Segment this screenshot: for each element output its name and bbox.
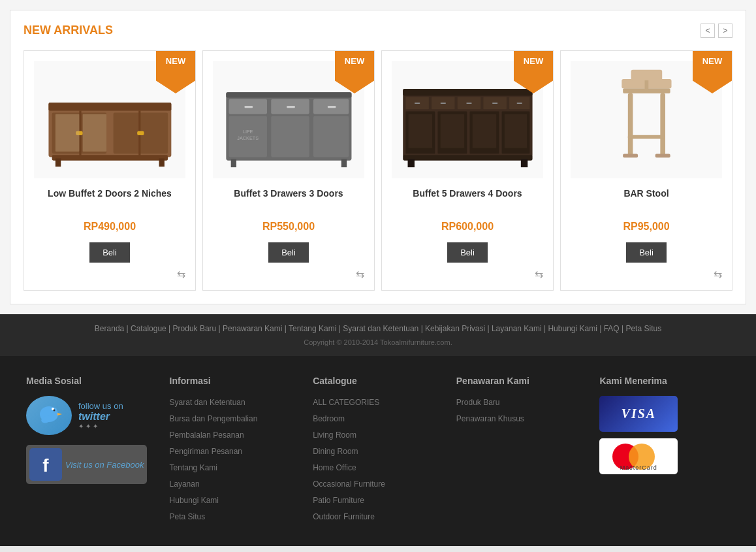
next-arrow[interactable]: > <box>718 24 732 38</box>
svg-text:LIFE: LIFE <box>243 129 253 135</box>
catalogue-link[interactable]: Outdoor Furniture <box>313 512 375 521</box>
buy-button[interactable]: Beli <box>89 242 130 263</box>
facebook-link[interactable]: f Visit us on Facebook <box>26 445 157 484</box>
svg-rect-27 <box>341 159 346 168</box>
compare-icon[interactable]: ⇆ <box>571 268 722 280</box>
buy-button[interactable]: Beli <box>447 242 488 263</box>
footer-link[interactable]: Produk Baru <box>173 324 217 333</box>
visa-logo: VISA <box>599 396 678 432</box>
svg-rect-56 <box>660 93 665 155</box>
prev-arrow[interactable]: < <box>701 24 715 38</box>
social-title: Media Sosial <box>26 376 157 386</box>
svg-rect-14 <box>226 92 351 97</box>
info-link[interactable]: Layanan <box>170 479 200 489</box>
footer-link[interactable]: Penawaran Kami <box>223 324 282 333</box>
svg-rect-7 <box>137 131 144 135</box>
product-name: Buffet 5 Drawers 4 Doors <box>392 188 543 214</box>
catalogue-link[interactable]: Bedroom <box>313 414 345 423</box>
svg-rect-38 <box>492 103 497 104</box>
footer-link[interactable]: Tentang Kami <box>289 324 336 333</box>
svg-rect-37 <box>466 103 471 104</box>
section-title: NEW ARRIVALS <box>24 24 732 37</box>
payment-logos: VISA MasterCard <box>599 396 730 474</box>
footer-link[interactable]: Beranda <box>95 324 124 333</box>
svg-text:f: f <box>42 455 49 476</box>
penawaran-list: Produk Baru Penawaran Khusus <box>456 396 587 424</box>
mastercard-logo: MasterCard <box>599 438 678 474</box>
compare-icon[interactable]: ⇆ <box>392 268 543 280</box>
compare-icon[interactable]: ⇆ <box>213 268 364 280</box>
twitter-link[interactable]: follow us on twitter ✦ ✦ ✦ <box>26 396 157 435</box>
svg-rect-54 <box>644 80 648 89</box>
svg-rect-29 <box>403 89 532 95</box>
svg-rect-50 <box>520 159 527 168</box>
footer-link[interactable]: Syarat dan Ketentuan <box>343 324 418 333</box>
penawaran-link[interactable]: Produk Baru <box>456 398 500 407</box>
svg-rect-58 <box>623 154 638 157</box>
info-link[interactable]: Tentang Kami <box>170 463 217 472</box>
product-card: NEW <box>381 50 554 291</box>
footer-link[interactable]: Peta Situs <box>625 324 661 333</box>
catalogue-link[interactable]: Dining Room <box>313 447 358 456</box>
svg-rect-59 <box>655 154 670 157</box>
products-grid: NEW <box>24 50 732 291</box>
svg-rect-20 <box>327 106 336 108</box>
svg-rect-53 <box>631 70 662 81</box>
penawaran-link[interactable]: Penawaran Khusus <box>456 414 524 423</box>
svg-rect-11 <box>55 114 79 152</box>
info-link[interactable]: Hubungi Kami <box>170 496 219 505</box>
footer-link[interactable]: Kebijakan Privasi <box>425 324 485 333</box>
svg-rect-57 <box>627 135 665 139</box>
svg-rect-26 <box>230 159 236 168</box>
svg-rect-48 <box>403 155 532 160</box>
twitter-icon <box>26 396 72 435</box>
product-name: Buffet 3 Drawers 3 Doors <box>213 188 364 214</box>
info-link[interactable]: Peta Situs <box>170 512 206 521</box>
footer-link[interactable]: FAQ <box>604 324 620 333</box>
product-price: RP490,000 <box>34 221 185 233</box>
svg-rect-8 <box>52 155 167 160</box>
payment-title: Kami Menerima <box>599 376 730 386</box>
svg-rect-35 <box>415 103 420 104</box>
svg-point-65 <box>53 409 55 411</box>
product-card: NEW <box>560 50 732 291</box>
svg-rect-18 <box>244 106 253 108</box>
facebook-text: Visit us on Facebook <box>65 460 144 470</box>
info-link[interactable]: Pengiriman Pesanan <box>170 447 242 456</box>
catalogue-link[interactable]: Living Room <box>313 430 356 440</box>
svg-rect-55 <box>627 93 633 155</box>
twitter-text: follow us on twitter ✦ ✦ ✦ <box>78 401 123 430</box>
info-link[interactable]: Syarat dan Ketentuan <box>170 398 245 407</box>
svg-rect-47 <box>504 114 526 148</box>
buy-button[interactable]: Beli <box>626 242 667 263</box>
catalogue-link[interactable]: Occasional Furniture <box>313 479 385 489</box>
catalogue-link[interactable]: Home Office <box>313 463 356 472</box>
footer-link[interactable]: Layanan Kami <box>492 324 542 333</box>
footer-link[interactable]: Hubungi Kami <box>548 324 597 333</box>
info-link[interactable]: Pembalalan Pesanan <box>170 430 244 440</box>
info-link[interactable]: Bursa dan Pengembalian <box>170 414 258 423</box>
footer-col-info: Informasi Syarat dan Ketentuan Bursa dan… <box>170 376 300 527</box>
svg-rect-12 <box>82 114 106 152</box>
compare-icon[interactable]: ⇆ <box>34 268 185 280</box>
svg-rect-1 <box>48 103 171 111</box>
product-name: Low Buffet 2 Doors 2 Niches <box>34 188 185 214</box>
footer-col-catalogue: Catalogue ALL CATEGORIES Bedroom Living … <box>313 376 443 527</box>
footer-link[interactable]: Catalogue <box>131 324 166 333</box>
product-price: RP550,000 <box>213 221 364 233</box>
svg-rect-10 <box>159 159 164 167</box>
svg-rect-49 <box>407 159 414 168</box>
svg-rect-46 <box>472 114 496 148</box>
catalogue-link[interactable]: Patio Furniture <box>313 496 364 505</box>
footer-main: Media Sosial follow us on twitter <box>0 356 756 546</box>
footer-nav: Beranda | Catalogue | Produk Baru | Pena… <box>0 314 756 356</box>
svg-rect-19 <box>287 106 295 108</box>
footer-links: Beranda | Catalogue | Produk Baru | Pena… <box>13 324 743 333</box>
footer-col-payment: Kami Menerima VISA MasterCard <box>599 376 730 527</box>
svg-marker-64 <box>57 413 62 415</box>
footer-col-social: Media Sosial follow us on twitter <box>26 376 157 527</box>
buy-button[interactable]: Beli <box>268 242 309 263</box>
catalogue-title: Catalogue <box>313 376 443 386</box>
carousel-nav: < > <box>701 24 732 38</box>
catalogue-link[interactable]: ALL CATEGORIES <box>313 398 379 407</box>
